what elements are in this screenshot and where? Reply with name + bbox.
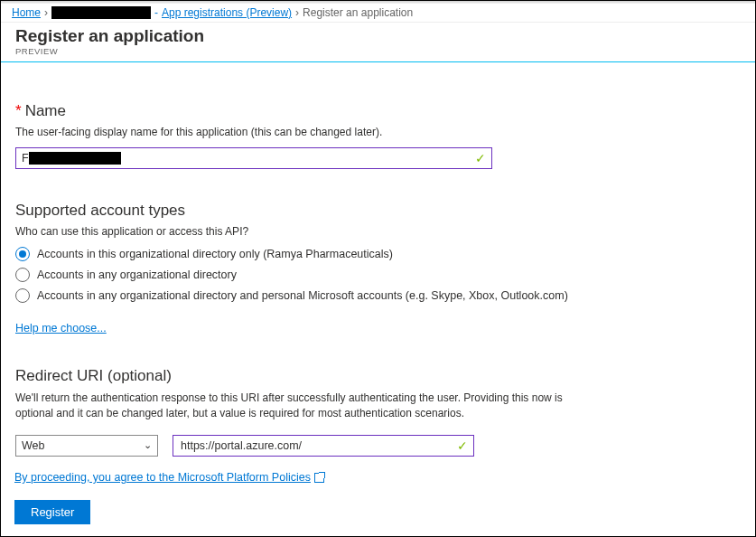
- redirect-type-value: Web: [22, 439, 44, 452]
- page-title: Register an application: [15, 26, 741, 46]
- breadcrumb-tenant-redacted: [51, 6, 151, 19]
- name-label: Name: [25, 102, 66, 119]
- radio-label: Accounts in any organizational directory…: [37, 289, 568, 302]
- app-name-input[interactable]: F ✓: [15, 147, 492, 169]
- platform-policies-link[interactable]: By proceeding, you agree to the Microsof…: [14, 471, 742, 484]
- breadcrumb: Home › - App registrations (Preview) › R…: [1, 4, 755, 23]
- radio-label: Accounts in any organizational directory: [37, 268, 237, 281]
- register-button[interactable]: Register: [14, 500, 90, 524]
- redirect-uri-title: Redirect URI (optional): [15, 367, 741, 385]
- breadcrumb-home[interactable]: Home: [12, 6, 41, 19]
- page-header: Register an application PREVIEW: [1, 23, 755, 62]
- radio-icon: [15, 288, 30, 303]
- help-me-choose-link[interactable]: Help me choose...: [15, 322, 107, 334]
- redirect-uri-row: Web ⌄ https://portal.azure.com/ ✓: [15, 435, 741, 457]
- redirect-uri-description: We'll return the authentication response…: [15, 391, 575, 422]
- name-description: The user-facing display name for this ap…: [15, 126, 741, 138]
- breadcrumb-sep-text: -: [154, 6, 158, 19]
- external-link-icon: [314, 473, 324, 483]
- breadcrumb-app-registrations[interactable]: App registrations (Preview): [162, 6, 292, 19]
- chevron-right-icon: ›: [44, 6, 48, 19]
- name-section-title: *Name: [15, 102, 741, 120]
- redirect-uri-input[interactable]: https://portal.azure.com/ ✓: [173, 435, 474, 457]
- radio-option-any-org[interactable]: Accounts in any organizational directory: [15, 268, 741, 282]
- breadcrumb-current: Register an application: [303, 6, 413, 19]
- radio-option-org-only[interactable]: Accounts in this organizational director…: [15, 247, 741, 261]
- form-content: *Name The user-facing display name for t…: [1, 62, 755, 466]
- radio-option-any-org-personal[interactable]: Accounts in any organizational directory…: [15, 288, 741, 303]
- preview-badge: PREVIEW: [15, 46, 741, 56]
- redirect-type-select[interactable]: Web ⌄: [15, 435, 158, 457]
- policies-link-text: By proceeding, you agree to the Microsof…: [14, 471, 311, 484]
- radio-label: Accounts in this organizational director…: [37, 248, 393, 260]
- radio-icon: [15, 268, 30, 282]
- account-types-description: Who can use this application or access t…: [15, 225, 741, 238]
- app-name-value-prefix: F: [22, 152, 29, 165]
- chevron-down-icon: ⌄: [144, 439, 152, 451]
- radio-icon: [15, 247, 30, 261]
- required-star-icon: *: [15, 102, 22, 119]
- checkmark-icon: ✓: [457, 438, 468, 453]
- checkmark-icon: ✓: [475, 151, 486, 165]
- account-types-title: Supported account types: [15, 202, 741, 220]
- app-name-redacted: [29, 152, 121, 165]
- footer: By proceeding, you agree to the Microsof…: [14, 471, 742, 524]
- redirect-uri-value: https://portal.azure.com/: [181, 439, 302, 452]
- chevron-right-icon: ›: [295, 6, 299, 19]
